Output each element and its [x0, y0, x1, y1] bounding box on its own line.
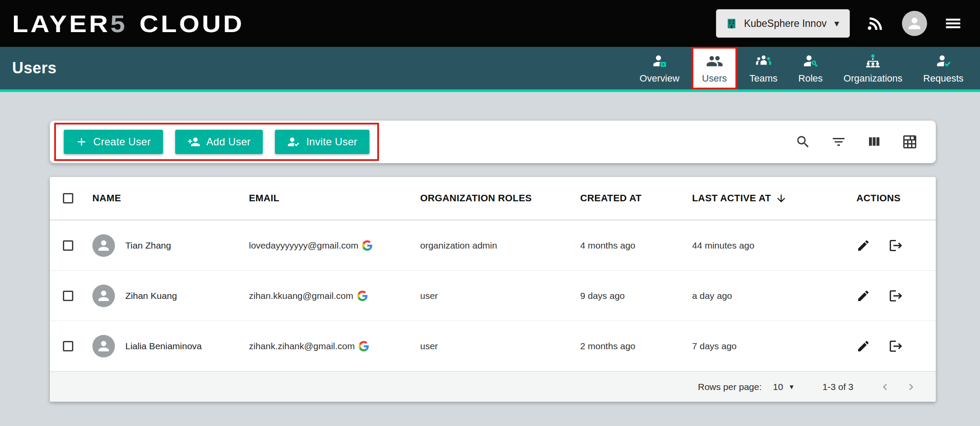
column-header-label: LAST ACTIVE AT — [692, 193, 771, 204]
user-email-cell: zihank.zihank@gmail.com — [249, 341, 420, 351]
chevron-down-icon: ▼ — [833, 20, 841, 28]
tab-label: Roles — [798, 73, 823, 84]
invite-user-button[interactable]: Invite User — [275, 130, 369, 154]
topbar-actions: KubeSphere Innov ▼ — [716, 9, 963, 38]
user-name: Tian Zhang — [125, 240, 171, 251]
plus-icon — [76, 136, 87, 147]
remove-user-icon[interactable] — [889, 288, 903, 303]
row-actions — [849, 339, 936, 354]
user-name-cell: Zihan Kuang — [92, 285, 249, 307]
users-table: NAME EMAIL ORGANIZATION ROLES CREATED AT… — [50, 177, 936, 402]
tab-users[interactable]: Users — [692, 47, 737, 89]
tab-requests[interactable]: Requests — [913, 47, 974, 89]
select-all-checkbox[interactable] — [63, 193, 73, 203]
users-icon — [706, 52, 723, 70]
tab-label: Organizations — [843, 73, 902, 84]
org-selector[interactable]: KubeSphere Innov ▼ — [716, 9, 850, 38]
invite-user-label: Invite User — [306, 136, 357, 148]
column-header-email[interactable]: EMAIL — [249, 193, 420, 204]
user-name-cell: Lialia Beniaminova — [92, 335, 249, 357]
google-icon — [362, 240, 372, 251]
subheader: Users Overview Users Teams — [0, 47, 980, 92]
user-last-active-at: 7 days ago — [692, 341, 849, 351]
column-header-last-active-at[interactable]: LAST ACTIVE AT — [692, 193, 849, 204]
user-created-at: 4 months ago — [580, 240, 692, 251]
tab-label: Requests — [923, 73, 964, 84]
table-pagination: Rows per page: 10 ▼ 1-3 of 3 — [50, 371, 936, 402]
user-name: Lialia Beniaminova — [125, 341, 202, 351]
avatar — [902, 11, 927, 36]
table-row[interactable]: Zihan Kuang zihan.kkuang@gmail.com user … — [50, 271, 936, 321]
tab-organizations[interactable]: Organizations — [833, 47, 913, 89]
user-email: zihan.kkuang@gmail.com — [249, 291, 353, 301]
edit-user-icon[interactable] — [856, 339, 870, 353]
users-toolbar: Create User Add User Invite User — [50, 121, 936, 163]
edit-user-icon[interactable] — [856, 239, 870, 252]
teams-icon — [755, 52, 772, 70]
toolbar-view-controls — [795, 134, 918, 150]
next-page-button[interactable] — [905, 380, 918, 393]
tab-roles[interactable]: Roles — [788, 47, 833, 89]
tab-label: Teams — [749, 73, 777, 84]
user-name: Zihan Kuang — [125, 291, 177, 301]
sort-descending-icon[interactable] — [775, 193, 787, 204]
user-created-at: 9 days ago — [580, 291, 692, 301]
pagination-range: 1-3 of 3 — [823, 382, 853, 392]
user-email-cell: lovedayyyyyyy@gmail.com — [249, 240, 420, 251]
create-user-label: Create User — [93, 136, 151, 148]
overview-icon — [651, 52, 668, 70]
logo-text-layer: LAYER — [12, 10, 110, 37]
row-checkbox[interactable] — [63, 341, 73, 351]
user-org-role: user — [420, 291, 580, 301]
row-checkbox[interactable] — [63, 291, 73, 301]
add-user-button[interactable]: Add User — [175, 130, 263, 154]
user-name-cell: Tian Zhang — [92, 234, 249, 257]
row-actions — [849, 288, 936, 303]
rss-feed-icon[interactable] — [866, 14, 885, 33]
table-row[interactable]: Lialia Beniaminova zihank.zihank@gmail.c… — [50, 321, 936, 371]
roles-icon — [802, 52, 819, 70]
org-selector-label: KubeSphere Innov — [744, 18, 827, 29]
column-header-name[interactable]: NAME — [92, 193, 249, 204]
rows-per-page-select[interactable]: 10 ▼ — [773, 382, 795, 392]
table-row[interactable]: Tian Zhang lovedayyyyyyy@gmail.com organ… — [50, 220, 936, 271]
row-checkbox[interactable] — [63, 240, 73, 251]
tab-overview[interactable]: Overview — [629, 47, 690, 89]
edit-user-icon[interactable] — [856, 289, 870, 303]
column-header-org-roles[interactable]: ORGANIZATION ROLES — [420, 193, 580, 204]
user-email: zihank.zihank@gmail.com — [249, 341, 355, 351]
requests-icon — [935, 52, 952, 70]
column-header-created-at[interactable]: CREATED AT — [580, 193, 692, 204]
page-title: Users — [12, 59, 57, 77]
create-user-button[interactable]: Create User — [64, 130, 163, 154]
user-avatar-icon — [92, 335, 115, 357]
columns-view-icon[interactable] — [866, 134, 882, 150]
logo-text-5: 5 — [110, 10, 127, 37]
chevron-down-icon: ▼ — [788, 383, 795, 390]
google-icon — [357, 291, 368, 301]
tab-teams[interactable]: Teams — [739, 47, 788, 89]
rows-per-page-label: Rows per page: — [698, 382, 761, 392]
google-icon — [359, 341, 369, 351]
table-header-row: NAME EMAIL ORGANIZATION ROLES CREATED AT… — [50, 177, 936, 220]
remove-user-icon[interactable] — [889, 238, 903, 253]
user-avatar-icon — [92, 285, 115, 307]
user-avatar[interactable] — [902, 11, 927, 36]
layer5-cloud-logo[interactable]: LAYER5CLOUD — [12, 10, 245, 38]
person-add-icon — [187, 135, 200, 148]
search-icon[interactable] — [795, 134, 811, 150]
grid-view-icon[interactable] — [902, 134, 918, 150]
organizations-icon — [864, 52, 882, 70]
add-user-label: Add User — [206, 136, 251, 148]
person-check-icon — [287, 135, 300, 148]
user-last-active-at: a day ago — [692, 291, 849, 301]
filter-icon[interactable] — [831, 134, 846, 150]
annotation-box-user-buttons: Create User Add User Invite User — [54, 123, 379, 161]
logo-text-cloud: CLOUD — [140, 10, 245, 37]
remove-user-icon[interactable] — [889, 339, 903, 354]
user-email: lovedayyyyyyy@gmail.com — [249, 240, 358, 251]
tab-label: Users — [702, 73, 727, 84]
user-last-active-at: 44 minutes ago — [692, 240, 849, 251]
hamburger-menu-icon[interactable] — [944, 14, 963, 33]
previous-page-button[interactable] — [879, 380, 892, 393]
